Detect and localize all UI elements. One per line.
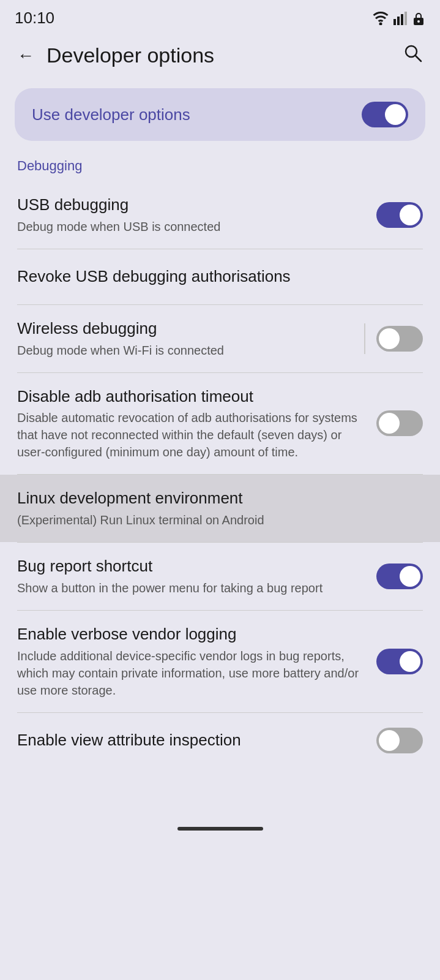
usb-debugging-toggle[interactable]	[376, 202, 423, 228]
dev-options-label: Use developer options	[32, 105, 190, 124]
search-button[interactable]	[401, 41, 425, 70]
adb-timeout-toggle[interactable]	[376, 410, 423, 436]
linux-dev-item[interactable]: Linux development environment (Experimen…	[0, 475, 440, 542]
signal-icon	[393, 12, 407, 25]
linux-dev-subtitle: (Experimental) Run Linux terminal on And…	[17, 511, 411, 529]
linux-dev-title: Linux development environment	[17, 488, 411, 509]
top-bar: ← Developer options	[0, 34, 440, 81]
debugging-section-header: Debugging	[0, 153, 440, 181]
usb-debugging-item[interactable]: USB debugging Debug mode when USB is con…	[0, 181, 440, 249]
view-attribute-toggle[interactable]	[376, 728, 423, 753]
svg-rect-1	[393, 19, 396, 25]
svg-line-8	[416, 56, 422, 62]
usb-debugging-subtitle: Debug mode when USB is connected	[17, 218, 364, 235]
vertical-divider	[364, 323, 365, 354]
view-attribute-title: Enable view attribute inspection	[17, 730, 364, 751]
wireless-debugging-title: Wireless debugging	[17, 318, 352, 339]
bug-report-toggle[interactable]	[376, 564, 423, 589]
verbose-logging-subtitle: Include additional device-specific vendo…	[17, 647, 364, 699]
adb-timeout-subtitle: Disable automatic revocation of adb auth…	[17, 409, 364, 461]
adb-timeout-item[interactable]: Disable adb authorisation timeout Disabl…	[0, 373, 440, 475]
dev-options-toggle[interactable]	[362, 102, 408, 127]
svg-rect-3	[401, 14, 403, 25]
verbose-logging-item[interactable]: Enable verbose vendor logging Include ad…	[0, 611, 440, 712]
bug-report-title: Bug report shortcut	[17, 556, 364, 577]
svg-rect-2	[397, 17, 400, 25]
wifi-icon	[373, 12, 389, 25]
svg-point-0	[379, 22, 382, 25]
wireless-debugging-item[interactable]: Wireless debugging Debug mode when Wi-Fi…	[0, 305, 440, 372]
bottom-bar	[0, 817, 440, 843]
dev-options-toggle-slider	[362, 102, 408, 127]
page-title: Developer options	[47, 43, 401, 67]
view-attribute-item[interactable]: Enable view attribute inspection	[0, 713, 440, 768]
svg-point-6	[417, 20, 420, 23]
wireless-debugging-subtitle: Debug mode when Wi-Fi is connected	[17, 342, 352, 359]
status-icons	[373, 11, 425, 26]
wireless-debugging-toggle[interactable]	[376, 326, 423, 352]
search-icon	[403, 43, 423, 63]
bottom-indicator	[177, 827, 263, 831]
status-time: 10:10	[15, 9, 54, 28]
verbose-logging-toggle[interactable]	[376, 649, 423, 674]
content: Use developer options Debugging USB debu…	[0, 88, 440, 768]
bug-report-subtitle: Show a button in the power menu for taki…	[17, 579, 364, 597]
status-bar: 10:10	[0, 0, 440, 34]
svg-rect-4	[405, 12, 407, 25]
back-button[interactable]: ←	[15, 43, 37, 68]
verbose-logging-title: Enable verbose vendor logging	[17, 624, 364, 645]
usb-debugging-title: USB debugging	[17, 195, 364, 216]
adb-timeout-title: Disable adb authorisation timeout	[17, 386, 364, 407]
settings-list: USB debugging Debug mode when USB is con…	[0, 181, 440, 768]
security-icon	[412, 11, 425, 26]
revoke-usb-title: Revoke USB debugging authorisations	[17, 266, 411, 287]
bug-report-item[interactable]: Bug report shortcut Show a button in the…	[0, 543, 440, 610]
revoke-usb-item[interactable]: Revoke USB debugging authorisations	[0, 249, 440, 304]
dev-options-card[interactable]: Use developer options	[15, 88, 425, 141]
